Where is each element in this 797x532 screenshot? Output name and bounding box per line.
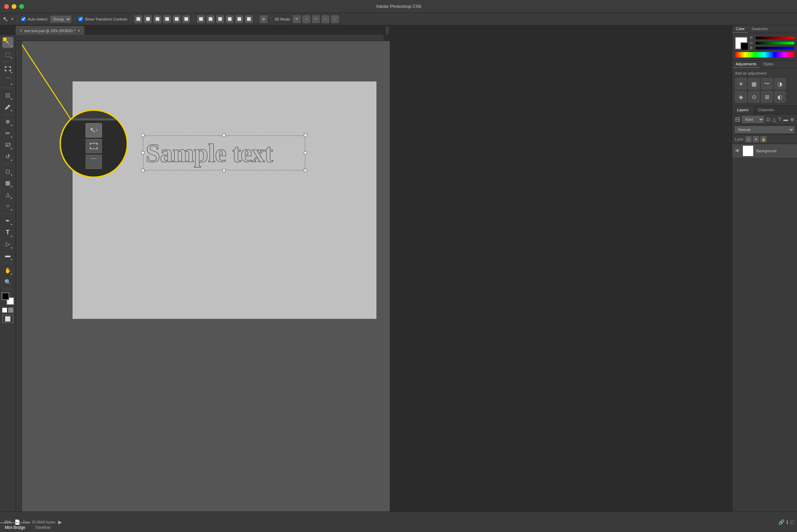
- vibrance-btn[interactable]: ◈: [735, 91, 747, 103]
- screen-mode-btn[interactable]: ⬜: [2, 315, 13, 323]
- align-center-h-btn[interactable]: ⬜: [144, 15, 152, 23]
- right-panel-collapse-arrow[interactable]: ›: [385, 25, 390, 35]
- b-slider[interactable]: [756, 47, 794, 50]
- rect-select-tool-btn[interactable]: ▶: [2, 63, 13, 74]
- distribute-top-btn[interactable]: ⬜: [226, 15, 233, 23]
- pixel-filter-icon[interactable]: ⊡: [766, 117, 770, 122]
- blend-mode-dropdown[interactable]: Normal Multiply Screen: [735, 126, 794, 133]
- handle-middle-right[interactable]: [304, 151, 307, 154]
- lock-pixels-btn[interactable]: ⊡: [745, 136, 751, 142]
- magnifier-collapse-icon[interactable]: ≫: [64, 112, 68, 117]
- type-filter-icon[interactable]: T: [778, 117, 781, 122]
- exposure-btn[interactable]: ◑: [774, 78, 786, 90]
- 3d-scale-btn[interactable]: ↕: [331, 15, 339, 23]
- quick-mask-btn[interactable]: [8, 308, 13, 313]
- align-top-btn[interactable]: ⬜: [163, 15, 171, 23]
- handle-top-middle[interactable]: [222, 134, 226, 137]
- show-transform-checkbox[interactable]: [78, 17, 83, 21]
- align-bottom-btn[interactable]: ⬜: [182, 15, 190, 23]
- blur-tool-btn[interactable]: △ ▶: [2, 189, 13, 200]
- black-white-btn[interactable]: ◐: [774, 91, 786, 103]
- tab-channels[interactable]: Channels: [753, 106, 779, 114]
- document-tab[interactable]: ✕ text tool.psd @ 25% (RGB/8) * ▼: [16, 26, 84, 35]
- distribute-left-btn[interactable]: ⬜: [197, 15, 205, 23]
- align-left-btn[interactable]: ⬜: [134, 15, 142, 23]
- standard-mode-btn[interactable]: [2, 308, 7, 313]
- auto-select-checkbox[interactable]: [21, 17, 26, 21]
- 3d-slide-btn[interactable]: ↔: [322, 15, 329, 23]
- eyedropper-tool-btn[interactable]: 💉 ▶: [2, 101, 13, 112]
- tab-styles[interactable]: Styles: [760, 61, 777, 68]
- arrange-btn[interactable]: ⊞: [260, 15, 267, 23]
- tab-mini-bridge[interactable]: Mini Bridge: [0, 522, 30, 532]
- brush-tool-btn[interactable]: ✏ ▶: [2, 128, 13, 139]
- magnifier-lasso-tool[interactable]: ⌒: [86, 155, 102, 169]
- color-balance-btn[interactable]: ⊞: [761, 91, 773, 103]
- healing-brush-btn[interactable]: ⊕ ▶: [2, 116, 13, 127]
- lock-position-btn[interactable]: ✚: [753, 136, 759, 142]
- distribute-h-btn[interactable]: ⬜: [207, 15, 214, 23]
- g-slider[interactable]: [756, 42, 794, 44]
- clone-stamp-btn[interactable]: 🖃 ▶: [2, 139, 13, 150]
- layers-kind-dropdown[interactable]: Kind Name Effect: [742, 116, 764, 123]
- text-selection-container[interactable]: Sample text: [143, 135, 305, 170]
- layer-visibility-icon[interactable]: 👁: [735, 148, 740, 154]
- hand-tool-btn[interactable]: ✋ ▶: [2, 265, 13, 276]
- align-middle-btn[interactable]: ⬜: [173, 15, 180, 23]
- lock-all-btn[interactable]: 🔒: [760, 136, 767, 142]
- history-brush-btn[interactable]: ↺ ▶: [2, 151, 13, 162]
- align-right-btn[interactable]: ⬜: [154, 15, 161, 23]
- curves-btn[interactable]: 〜: [761, 78, 773, 90]
- tab-timeline[interactable]: Timeline: [30, 522, 55, 532]
- tab-layers[interactable]: Layers: [732, 106, 753, 114]
- move-tool-btn[interactable]: ↖ ▶: [2, 37, 13, 48]
- handle-bottom-right[interactable]: [304, 169, 307, 172]
- zoom-tool-btn[interactable]: 🔍: [2, 276, 13, 287]
- hue-saturation-btn[interactable]: ⊙: [748, 91, 760, 103]
- bottom-link-icon[interactable]: 🔗: [779, 519, 784, 525]
- bottom-info-icon[interactable]: ℹ: [786, 519, 788, 525]
- lasso-tool-btn[interactable]: ⌒ ▶: [2, 75, 13, 86]
- handle-middle-left[interactable]: [141, 151, 144, 154]
- distribute-right-btn[interactable]: ⬜: [216, 15, 224, 23]
- crop-tool-btn[interactable]: ⊡ ▶: [2, 90, 13, 101]
- tab-adjustments[interactable]: Adjustments: [732, 61, 760, 68]
- play-icon[interactable]: ▶: [58, 519, 62, 525]
- color-preview-fg[interactable]: [735, 37, 747, 49]
- 3d-orbit-btn[interactable]: ⟳: [293, 15, 300, 23]
- artboard-tool-btn[interactable]: ⬚ ▶: [2, 49, 13, 60]
- smart-filter-icon[interactable]: ⊕: [790, 117, 794, 122]
- tab-color[interactable]: Color: [732, 25, 748, 33]
- layer-row-background[interactable]: 👁 Background: [732, 144, 797, 158]
- pen-tool-btn[interactable]: ✒ ▶: [2, 215, 13, 226]
- gradient-tool-btn[interactable]: ▦ ▶: [2, 177, 13, 188]
- shape-filter-icon[interactable]: ▬: [783, 117, 788, 122]
- handle-top-right[interactable]: [304, 134, 307, 137]
- canvas-area[interactable]: Sample text ≫ ✕ · · · · · · ↖+ ⌒: [22, 41, 390, 511]
- tab-close-icon[interactable]: ✕: [20, 29, 22, 33]
- handle-bottom-middle[interactable]: [222, 169, 226, 172]
- magnifier-move-tool[interactable]: ↖+: [86, 123, 102, 138]
- color-preview-bg[interactable]: [741, 42, 749, 51]
- 3d-pan-btn[interactable]: +: [312, 15, 320, 23]
- distribute-v-btn[interactable]: ⬜: [235, 15, 243, 23]
- dodge-tool-btn[interactable]: ○ ▶: [2, 200, 13, 211]
- shape-tool-btn[interactable]: ▬ ▶: [2, 250, 13, 261]
- tab-swatches[interactable]: Swatches: [748, 25, 771, 33]
- close-button[interactable]: [4, 4, 9, 9]
- foreground-color-swatch[interactable]: [2, 293, 9, 300]
- auto-select-dropdown[interactable]: Group Layer: [50, 16, 71, 23]
- handle-bottom-left[interactable]: [141, 169, 144, 172]
- eraser-tool-btn[interactable]: ◻ ▶: [2, 166, 13, 177]
- r-slider[interactable]: [756, 37, 794, 39]
- distribute-bottom-btn[interactable]: ⬜: [245, 15, 253, 23]
- path-select-btn[interactable]: ▷ ▶: [2, 238, 13, 249]
- levels-btn[interactable]: ▦: [748, 78, 760, 90]
- magnifier-rect-select-tool[interactable]: [86, 139, 102, 153]
- bottom-expand-icon[interactable]: ⬡: [790, 519, 794, 525]
- maximize-button[interactable]: [19, 4, 24, 9]
- 3d-roll-btn[interactable]: ○: [303, 15, 310, 23]
- handle-top-left[interactable]: [141, 134, 144, 137]
- text-tool-btn[interactable]: T ▶: [2, 227, 13, 238]
- adjustment-filter-icon[interactable]: △: [772, 117, 776, 122]
